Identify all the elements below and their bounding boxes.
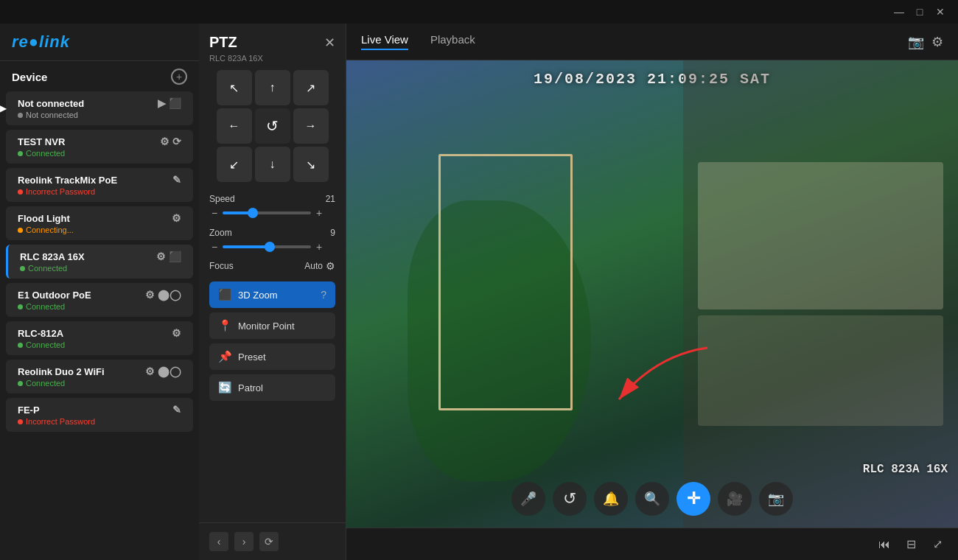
- ptz-title: PTZ: [209, 34, 237, 51]
- layout-button[interactable]: ⊟: [901, 534, 921, 555]
- status-dot: [18, 419, 23, 424]
- record-button[interactable]: 🎥: [718, 482, 752, 516]
- sidebar-arrow-icon: ▶: [0, 103, 7, 113]
- tab-playback[interactable]: Playback: [430, 33, 475, 50]
- maximize-button[interactable]: □: [909, 1, 930, 22]
- patrol-button[interactable]: 🔄 Patrol: [209, 374, 335, 401]
- dir-left-button[interactable]: ←: [217, 108, 252, 144]
- zoom-slider[interactable]: [223, 245, 311, 248]
- device-item-e1-outdoor[interactable]: E1 Outdoor PoE ⚙ ⬤◯ Connected: [6, 283, 193, 317]
- dir-down-button[interactable]: ↓: [255, 147, 290, 182]
- rotate-button[interactable]: ↺: [553, 482, 587, 516]
- zoom-label: Zoom: [209, 228, 232, 238]
- main-layout: re●link Device + ▶ Not connected ▶ ⬛ Not…: [0, 24, 958, 560]
- wifi-icon: ⬛: [169, 97, 181, 109]
- zoom-plus-button[interactable]: +: [314, 241, 324, 253]
- device-item-flood-light[interactable]: Flood Light ⚙ Connecting...: [6, 206, 193, 240]
- edit-icon: ✎: [172, 174, 181, 186]
- ptz-refresh-button[interactable]: ⟳: [259, 532, 279, 551]
- ptz-bottom-nav: ‹ › ⟳: [199, 522, 346, 560]
- device-item-test-nvr[interactable]: TEST NVR ⚙ ⟳ Connected: [6, 130, 193, 164]
- settings-icon: ⚙: [156, 251, 166, 262]
- status-dot: [18, 113, 23, 118]
- zoom-minus-button[interactable]: −: [209, 241, 220, 253]
- settings-icon: ⚙: [145, 365, 155, 377]
- ptz-next-button[interactable]: ›: [234, 532, 254, 551]
- preset-button[interactable]: 📌 Preset: [209, 343, 335, 370]
- add-device-button[interactable]: +: [171, 69, 187, 85]
- dir-down-left-button[interactable]: ↙: [217, 147, 252, 182]
- dir-up-right-button[interactable]: ↗: [293, 70, 329, 105]
- tab-bar: Live View Playback: [361, 33, 475, 50]
- settings-icon: ⚙: [145, 289, 155, 301]
- speed-slider[interactable]: [223, 211, 311, 214]
- camera-controls: 🎤 ↺ 🔔 🔍 ✛ 🎥 📷: [511, 482, 793, 516]
- settings-icon: ⚙: [172, 212, 181, 224]
- dir-up-button[interactable]: ↑: [255, 70, 290, 105]
- prev-frame-button[interactable]: ⏮: [874, 534, 895, 555]
- ptz-close-button[interactable]: ✕: [324, 35, 335, 51]
- dual-icon: ⬤◯: [158, 289, 181, 301]
- shelf-area: [683, 60, 959, 528]
- settings-icon: ⚙: [172, 327, 181, 339]
- dir-down-right-button[interactable]: ↘: [293, 147, 329, 182]
- record-icon: ▶: [158, 97, 166, 109]
- topbar: Live View Playback 📷 ⚙: [346, 24, 958, 60]
- camera-view: 19/08/2023 21:09:25 SAT: [346, 60, 958, 528]
- focus-label: Focus: [209, 261, 234, 271]
- dir-center-button[interactable]: ↺: [255, 108, 290, 144]
- dir-right-button[interactable]: →: [293, 108, 329, 144]
- camera-icon[interactable]: 📷: [908, 34, 924, 50]
- camera-label: RLC 823A 16X: [863, 463, 948, 476]
- close-button[interactable]: ✕: [930, 1, 951, 22]
- device-section-title: Device +: [0, 61, 199, 89]
- snapshot-button[interactable]: 📷: [759, 482, 793, 516]
- status-dot: [18, 381, 23, 386]
- status-dot: [18, 151, 23, 156]
- microphone-button[interactable]: 🎤: [511, 482, 545, 516]
- device-item-duo2wifi[interactable]: Reolink Duo 2 WiFi ⚙ ⬤◯ Connected: [6, 360, 193, 393]
- alarm-button[interactable]: 🔔: [594, 482, 628, 516]
- status-dot: [20, 266, 25, 271]
- monitor-point-button[interactable]: 📍 Monitor Point: [209, 312, 335, 339]
- 3d-zoom-button[interactable]: ⬛ 3D Zoom ?: [209, 281, 335, 308]
- speed-section: Speed 21 − +: [199, 189, 346, 223]
- frame-decoration: [438, 154, 573, 411]
- camera-background: 19/08/2023 21:09:25 SAT: [346, 60, 958, 528]
- minimize-button[interactable]: —: [889, 1, 909, 22]
- edit-icon: ✎: [172, 404, 181, 416]
- tab-live-view[interactable]: Live View: [361, 33, 408, 50]
- focus-auto-icon: ⚙: [326, 260, 335, 272]
- speed-label: Speed: [209, 194, 235, 204]
- logo: re●link: [12, 32, 70, 52]
- help-icon[interactable]: ?: [321, 289, 326, 301]
- bottom-bar-icons: ⏮ ⊟ ⤢: [874, 534, 948, 555]
- device-item-fep[interactable]: FE-P ✎ Incorrect Password: [6, 398, 193, 432]
- dir-up-left-button[interactable]: ↖: [217, 70, 252, 105]
- sidebar-header: re●link: [0, 24, 199, 61]
- ptz-prev-button[interactable]: ‹: [209, 532, 228, 551]
- status-dot: [18, 228, 23, 233]
- bottom-bar: ⏮ ⊟ ⤢: [346, 528, 958, 560]
- wifi-icon: ⬛: [169, 251, 181, 262]
- settings-icon: ⚙: [160, 136, 169, 147]
- dual-icon: ⬤◯: [158, 365, 181, 377]
- sidebar: re●link Device + ▶ Not connected ▶ ⬛ Not…: [0, 24, 199, 560]
- status-dot: [18, 343, 23, 348]
- direction-pad: ↖ ↑ ↗ ← ↺ → ↙ ↓ ↘: [199, 70, 346, 189]
- speed-minus-button[interactable]: −: [209, 207, 220, 219]
- content-area: Live View Playback 📷 ⚙ 19/08/2023 21:09:…: [346, 24, 958, 560]
- device-item-rlc812a[interactable]: RLC-812A ⚙ Connected: [6, 321, 193, 355]
- speed-plus-button[interactable]: +: [314, 207, 324, 219]
- device-item-trackmix[interactable]: Reolink TrackMix PoE ✎ Incorrect Passwor…: [6, 168, 193, 202]
- settings-icon[interactable]: ⚙: [931, 34, 943, 50]
- zoom-in-button[interactable]: 🔍: [635, 482, 669, 516]
- move-button[interactable]: ✛: [676, 482, 710, 516]
- ptz-panel: PTZ ✕ RLC 823A 16X ↖ ↑ ↗ ← ↺ → ↙ ↓ ↘ Spe…: [199, 24, 346, 560]
- focus-section: Focus Auto ⚙: [199, 257, 346, 279]
- device-item-rlc823a[interactable]: RLC 823A 16X ⚙ ⬛ Connected: [6, 245, 193, 279]
- device-item-not-connected[interactable]: ▶ Not connected ▶ ⬛ Not connected: [6, 91, 193, 125]
- status-dot: [18, 189, 23, 195]
- status-dot: [18, 304, 23, 309]
- fullscreen-button[interactable]: ⤢: [927, 534, 948, 555]
